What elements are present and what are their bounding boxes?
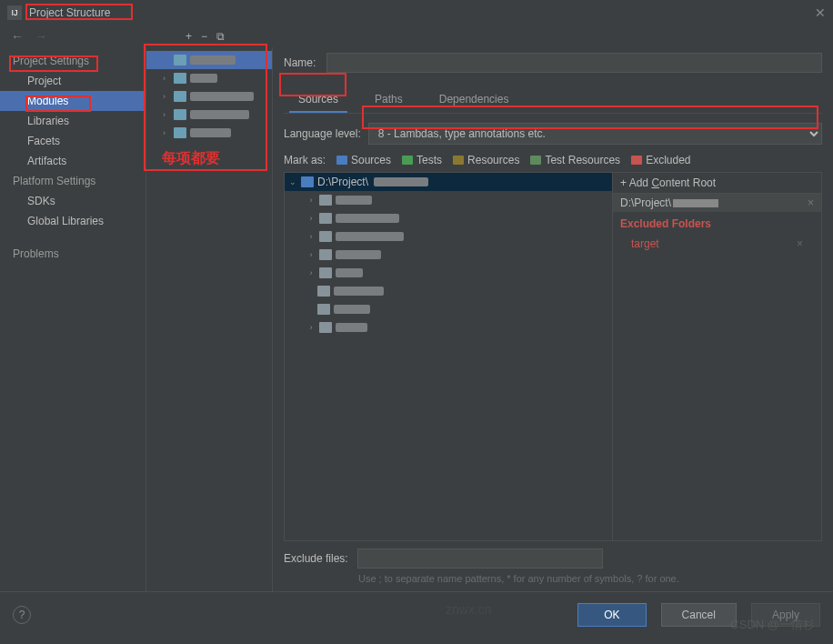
help-icon[interactable]: ? [13, 606, 31, 624]
exclude-files-input[interactable] [357, 548, 603, 569]
tree-item[interactable] [285, 282, 612, 300]
tree-item[interactable]: › [285, 227, 612, 246]
excluded-folders-label: Excluded Folders [613, 212, 821, 236]
exclude-files-label: Exclude files: [284, 552, 348, 565]
mark-as-label: Mark as: [284, 154, 326, 166]
sidebar-item-libraries[interactable]: Libraries [0, 111, 146, 131]
close-icon[interactable]: ✕ [815, 5, 826, 20]
remove-icon[interactable]: − [201, 30, 207, 43]
tree-item[interactable]: › [285, 246, 612, 264]
mark-test-resources[interactable]: Test Resources [530, 154, 620, 166]
module-item[interactable]: › [146, 124, 272, 142]
exclude-hint: Use ; to separate name patterns, * for a… [358, 572, 822, 586]
module-list: › › › › [146, 47, 273, 591]
add-content-root[interactable]: + Add Content Root [613, 173, 821, 194]
remove-excluded-icon[interactable]: × [797, 237, 803, 250]
content-root-panel: + Add Content Root D:\Project\× Excluded… [613, 172, 822, 541]
mark-resources[interactable]: Resources [453, 154, 519, 166]
tree-item[interactable] [285, 300, 612, 318]
tree-item[interactable]: › [285, 209, 612, 227]
add-icon[interactable]: + [186, 30, 192, 43]
tree-root[interactable]: ⌄D:\Project\ [285, 173, 612, 191]
sidebar-item-problems[interactable]: Problems [0, 244, 146, 264]
annotation-text: 每项都要 [162, 149, 220, 168]
back-icon[interactable]: ← [11, 29, 24, 44]
name-label: Name: [284, 56, 316, 69]
module-item[interactable]: › [146, 87, 272, 106]
watermark: znwx.cn [446, 602, 492, 617]
sidebar-item-global-libs[interactable]: Global Libraries [0, 211, 146, 231]
mark-excluded[interactable]: Excluded [631, 154, 690, 166]
copy-icon[interactable]: ⧉ [216, 30, 225, 43]
language-level-select[interactable]: 8 - Lambdas, type annotations etc. [368, 123, 822, 145]
sidebar-item-modules[interactable]: Modules [0, 91, 146, 111]
module-item[interactable]: › [146, 69, 272, 87]
remove-root-icon[interactable]: × [808, 196, 814, 209]
sidebar-item-artifacts[interactable]: Artifacts [0, 151, 146, 171]
folder-tree[interactable]: ⌄D:\Project\ › › › › › › [284, 172, 613, 541]
section-platform-settings: Platform Settings [0, 171, 146, 191]
tab-paths[interactable]: Paths [366, 87, 412, 113]
app-icon: IJ [7, 5, 22, 20]
tab-dependencies[interactable]: Dependencies [430, 87, 518, 113]
tree-item[interactable]: › [285, 264, 612, 282]
cancel-button[interactable]: Cancel [661, 603, 737, 627]
module-item[interactable]: › [146, 106, 272, 124]
ok-button[interactable]: OK [577, 603, 646, 627]
window-title: Project Structure [29, 6, 110, 19]
forward-icon[interactable]: → [35, 29, 47, 44]
name-input[interactable] [326, 53, 822, 73]
tab-sources[interactable]: Sources [289, 87, 347, 113]
language-level-label: Language level: [284, 127, 361, 140]
watermark: CSDN @一情杉 [730, 617, 815, 633]
mark-sources[interactable]: Sources [336, 154, 391, 166]
tree-item[interactable]: › [285, 318, 612, 337]
tree-item[interactable]: › [285, 191, 612, 209]
sidebar-item-sdks[interactable]: SDKs [0, 191, 146, 211]
module-item[interactable] [146, 51, 272, 69]
section-project-settings: Project Settings [0, 51, 146, 71]
mark-tests[interactable]: Tests [402, 154, 442, 166]
excluded-target[interactable]: target× [613, 236, 821, 252]
content-root-path[interactable]: D:\Project\× [613, 194, 821, 212]
sidebar: Project Settings Project Modules Librari… [0, 47, 146, 591]
sidebar-item-facets[interactable]: Facets [0, 131, 146, 151]
sidebar-item-project[interactable]: Project [0, 71, 146, 91]
